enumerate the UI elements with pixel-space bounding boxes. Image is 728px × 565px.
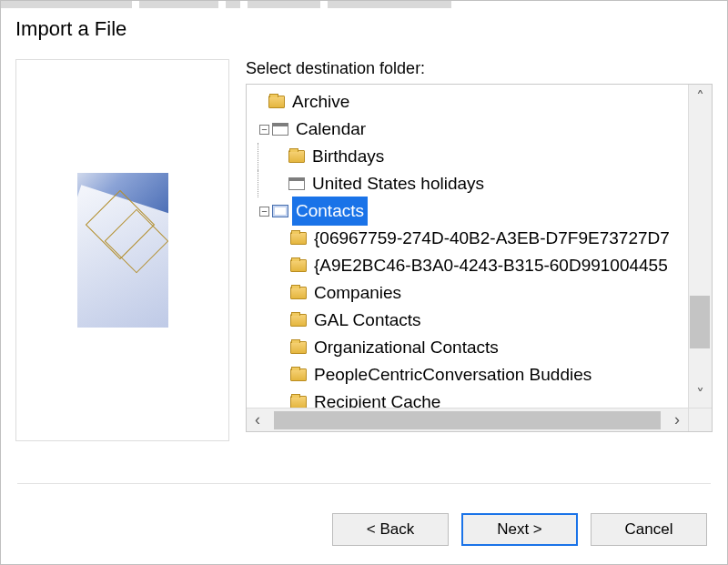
dialog-body: Select destination folder: Archive Calen… — [1, 59, 727, 441]
dialog-title: Import a File — [1, 8, 727, 59]
collapse-toggle-icon[interactable] — [259, 207, 269, 217]
tree-item-guid1[interactable]: {06967759-274D-40B2-A3EB-D7F9E73727D7 — [252, 225, 688, 252]
tree-item-people-centric[interactable]: PeopleCentricConversation Buddies — [252, 361, 688, 388]
scroll-corner — [688, 408, 712, 431]
window-chrome-fragment — [1, 1, 727, 8]
horizontal-scrollbar[interactable]: ‹ › — [247, 408, 688, 431]
tree-item-gal[interactable]: GAL Contacts — [252, 307, 688, 334]
tree-label: PeopleCentricConversation Buddies — [310, 360, 595, 388]
tree-label: GAL Contacts — [310, 306, 425, 334]
scroll-thumb[interactable] — [274, 411, 661, 429]
contacts-icon — [272, 205, 288, 217]
scroll-right-icon[interactable]: › — [666, 408, 688, 433]
tree-label-selected: Contacts — [292, 197, 368, 225]
wizard-button-row: < Back Next > Cancel — [332, 513, 707, 546]
tree-label: {A9E2BC46-B3A0-4243-B315-60D991004455 — [310, 251, 672, 279]
tree-item-calendar[interactable]: Calendar — [252, 116, 688, 143]
tree-label: Birthdays — [308, 142, 388, 170]
folder-icon — [288, 150, 305, 163]
tree-item-birthdays[interactable]: Birthdays — [252, 143, 688, 170]
button-divider — [17, 483, 711, 484]
tree-label: Companies — [310, 278, 405, 307]
folder-tree-viewport: Archive Calendar Birthdays — [247, 85, 688, 408]
tree-label: {06967759-274D-40B2-A3EB-D7F9E73727D7 — [310, 224, 673, 252]
tree-line — [252, 170, 265, 197]
instruction-label: Select destination folder: — [246, 59, 713, 78]
calendar-icon — [272, 123, 288, 136]
tree-label: Archive — [288, 87, 353, 116]
tree-item-archive[interactable]: Archive — [252, 88, 688, 116]
next-button[interactable]: Next > — [461, 513, 578, 546]
tree-item-guid2[interactable]: {A9E2BC46-B3A0-4243-B315-60D991004455 — [252, 252, 688, 279]
tree-line — [252, 143, 265, 170]
folder-select-panel: Select destination folder: Archive Calen… — [246, 59, 713, 441]
tree-item-recipient-cache[interactable]: Recipient Cache — [252, 388, 688, 408]
tree-label: Organizational Contacts — [310, 333, 502, 361]
import-wizard-dialog: Import a File Select destination folder:… — [0, 0, 728, 565]
folder-tree[interactable]: Archive Calendar Birthdays — [246, 84, 713, 432]
scroll-left-icon[interactable]: ‹ — [247, 408, 268, 433]
folder-icon — [268, 96, 285, 108]
collapse-toggle-icon[interactable] — [259, 125, 269, 135]
folder-icon — [290, 396, 307, 408]
tree-item-contacts[interactable]: Contacts — [252, 197, 688, 225]
tree-label: Calendar — [292, 115, 369, 143]
tree-item-us-holidays[interactable]: United States holidays — [252, 170, 688, 197]
tree-item-companies[interactable]: Companies — [252, 279, 688, 307]
scroll-thumb[interactable] — [690, 296, 710, 348]
wizard-art-icon — [77, 173, 168, 328]
folder-icon — [290, 259, 307, 272]
cancel-button[interactable]: Cancel — [591, 513, 707, 546]
back-button[interactable]: < Back — [332, 513, 449, 546]
wizard-illustration-panel — [15, 59, 229, 441]
folder-icon — [290, 314, 307, 327]
tree-label: United States holidays — [308, 169, 488, 197]
folder-icon — [290, 341, 307, 354]
scroll-up-icon[interactable]: ˄ — [690, 85, 712, 110]
tree-label: Recipient Cache — [310, 388, 444, 408]
folder-icon — [290, 232, 307, 245]
vertical-scrollbar[interactable]: ˄ ˅ — [688, 85, 712, 408]
calendar-icon — [288, 177, 305, 190]
folder-icon — [290, 368, 307, 381]
tree-item-org-contacts[interactable]: Organizational Contacts — [252, 334, 688, 361]
folder-icon — [290, 287, 307, 299]
scroll-down-icon[interactable]: ˅ — [690, 382, 712, 408]
